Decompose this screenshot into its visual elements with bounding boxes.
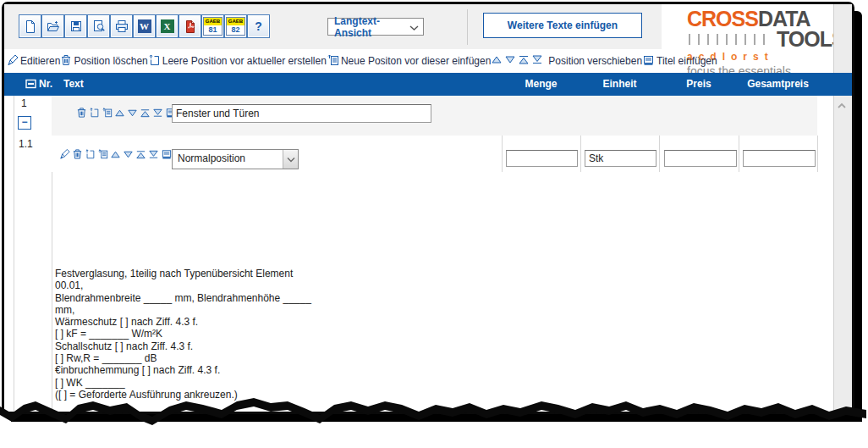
gaeb-81-button[interactable]: GAEB 81 <box>201 14 224 38</box>
edit-position-button[interactable]: Editieren <box>7 54 60 69</box>
pencil-icon <box>7 54 20 69</box>
insert-title-label: Titel einfügen <box>656 55 717 67</box>
insert-new-position-label: Neue Positon vor dieser einfügen <box>341 55 491 67</box>
row11-actions <box>59 148 173 163</box>
longtext-line <box>55 401 495 412</box>
insert-title-button[interactable]: Titel einfügen <box>642 54 717 69</box>
view-mode-dropdown[interactable]: Langtext-Ansicht <box>327 18 424 36</box>
insert-empty-position-icon[interactable] <box>89 107 100 122</box>
help-button[interactable]: ? <box>247 14 270 38</box>
position-type-value: Normalposition <box>173 150 283 169</box>
column-header-nr: Nr. <box>39 78 52 90</box>
scrollbar-up-button[interactable] <box>835 100 849 113</box>
new-document-icon <box>24 19 37 33</box>
column-header-preis: Preis <box>659 78 739 90</box>
longtext-line: ([ ] = Geforderte Ausführung ankreuzen.) <box>55 389 495 401</box>
pencil-icon[interactable] <box>59 148 70 163</box>
table-right-edge <box>817 136 818 172</box>
export-word-button[interactable]: W <box>133 14 156 38</box>
gaeb-81-icon: GAEB 81 <box>203 17 222 36</box>
trash-icon[interactable] <box>72 148 83 163</box>
title-text-input[interactable] <box>172 104 431 123</box>
gaeb-82-icon: GAEB 82 <box>226 17 245 36</box>
move-to-top-icon[interactable] <box>518 54 531 68</box>
move-to-top-icon[interactable] <box>140 107 151 122</box>
menge-input[interactable] <box>506 150 578 167</box>
column-header-text: Text <box>63 78 84 90</box>
move-up-icon[interactable] <box>110 148 121 163</box>
screenshot-stage: W X GAEB 81 GAEB 82 ? <box>0 0 868 448</box>
gesamtpreis-column-divider <box>739 136 739 172</box>
collapse-toggle[interactable]: − <box>18 116 31 130</box>
open-folder-icon <box>47 19 60 33</box>
longtext-line: Wärmeschutz [ ] nach Ziff. 4.3 f. <box>55 316 495 328</box>
preis-input[interactable] <box>664 150 737 167</box>
longtext-line: €inbruchhemmung [ ] nach Ziff. 4.3 f. <box>55 364 495 376</box>
insert-texts-button[interactable]: Weitere Texte einfügen <box>483 13 642 38</box>
longtext-line: Blendrahmenbreite _____ mm, Blendrahmenh… <box>55 292 495 304</box>
new-document-button[interactable] <box>19 14 41 38</box>
move-position-group: Position verschieben <box>491 54 642 68</box>
insert-empty-position-button[interactable]: Leere Position vor aktueller erstellen <box>148 54 327 69</box>
print-button[interactable] <box>110 14 133 38</box>
print-preview-button[interactable] <box>87 14 110 38</box>
insert-new-position-icon[interactable] <box>102 107 113 122</box>
insert-empty-position-icon[interactable] <box>85 148 96 163</box>
logo-cross: CROSS <box>687 7 758 30</box>
move-down-icon[interactable] <box>123 148 134 163</box>
move-to-top-icon[interactable] <box>135 148 146 163</box>
edit-toolbar: Editieren Position löschen Leere Positio… <box>4 49 664 73</box>
column-header-gesamtpreis: Gesamtpreis <box>739 78 817 90</box>
help-icon: ? <box>255 19 262 33</box>
word-icon: W <box>138 19 151 33</box>
row11-nr: 1.1 <box>19 138 33 150</box>
row1-nr: 1 <box>21 97 27 109</box>
longtext-line: Festverglasung, 1teilig nach Typenübersi… <box>55 268 495 279</box>
einheit-column-divider <box>580 136 581 172</box>
move-up-icon[interactable] <box>114 107 125 122</box>
app-window: W X GAEB 81 GAEB 82 ? <box>2 2 854 414</box>
edit-position-label: Editieren <box>20 55 60 67</box>
table-row-position: Normalposition <box>52 136 817 172</box>
trash-icon <box>60 54 74 69</box>
gaeb-82-button[interactable]: GAEB 82 <box>224 14 247 38</box>
insert-new-position-icon[interactable] <box>97 148 108 163</box>
move-to-bottom-icon[interactable] <box>531 54 545 68</box>
move-down-icon[interactable] <box>504 54 518 68</box>
gesamtpreis-input[interactable] <box>743 150 816 167</box>
print-preview-icon <box>92 19 106 33</box>
delete-position-button[interactable]: Position löschen <box>60 54 147 69</box>
longtext-line: [ ] Rw,R = _______ dB <box>55 352 495 364</box>
chevron-up-icon <box>835 100 849 114</box>
move-up-icon[interactable] <box>491 54 504 68</box>
positions-table: 1 − <box>4 96 852 412</box>
delete-position-label: Position löschen <box>74 55 147 67</box>
einheit-input[interactable] <box>585 150 656 167</box>
preis-column-divider <box>659 136 660 172</box>
insert-new-position-button[interactable]: Neue Positon vor dieser einfügen <box>327 54 491 69</box>
export-pdf-button[interactable] <box>179 14 201 38</box>
save-button[interactable] <box>64 14 87 38</box>
table-header: Nr. Text Menge Einheit Preis Gesamtpreis <box>4 73 852 96</box>
move-to-bottom-icon[interactable] <box>148 148 159 163</box>
move-to-bottom-icon[interactable] <box>152 107 163 122</box>
longtext-icon[interactable] <box>161 148 173 163</box>
chevron-down-icon <box>283 150 298 169</box>
row1-actions <box>76 107 177 122</box>
export-excel-button[interactable]: X <box>156 14 179 38</box>
save-icon <box>69 19 83 33</box>
rows-icon <box>25 79 36 91</box>
trash-icon[interactable] <box>76 107 87 122</box>
open-file-button[interactable] <box>41 14 64 38</box>
title-lines-icon <box>642 54 656 69</box>
insert-new-position-icon <box>327 54 341 69</box>
logo-bars <box>689 34 765 45</box>
position-longtext: Festverglasung, 1teilig nach Typenübersi… <box>55 268 495 412</box>
insert-empty-position-label: Leere Position vor aktueller erstellen <box>162 55 327 67</box>
position-type-dropdown[interactable]: Normalposition <box>172 149 299 169</box>
excel-icon: X <box>161 19 174 33</box>
move-down-icon[interactable] <box>127 107 138 122</box>
scrollbar-track[interactable] <box>833 4 852 412</box>
toolbar-separator <box>467 9 468 45</box>
pdf-icon <box>184 19 197 33</box>
